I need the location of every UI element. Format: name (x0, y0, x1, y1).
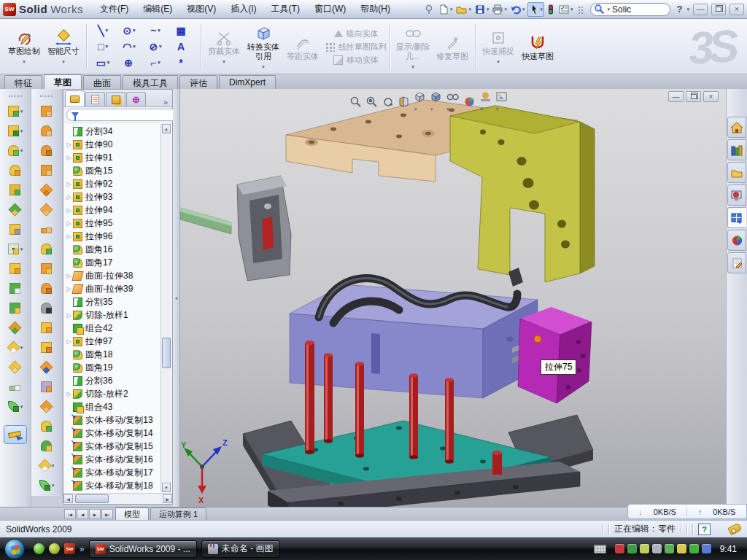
toolbar-button[interactable] (41, 204, 53, 215)
file-explorer-tab[interactable] (727, 162, 746, 183)
toolbar-button[interactable] (9, 165, 22, 176)
taskbar-button-paint[interactable]: 未命名 - 画图 (201, 540, 280, 558)
scroll-right-icon[interactable]: ▶ (163, 494, 172, 503)
toolbar-button[interactable] (41, 401, 53, 412)
section-view-icon[interactable] (398, 96, 410, 108)
expand-arrow-icon[interactable] (65, 207, 73, 214)
feature-tree-item[interactable]: 圆角15 (65, 164, 160, 177)
view-palette-tab[interactable] (727, 207, 746, 228)
tab-nav-button[interactable]: ▶ (89, 509, 101, 519)
toolbar-button[interactable]: ▾ (8, 244, 23, 254)
toolbar-button[interactable] (41, 342, 53, 353)
display-delete-relations-button[interactable]: 显示/删除几... ▾ (393, 23, 433, 71)
command-tab[interactable]: 曲面 (83, 75, 121, 89)
feature-tree-item[interactable]: 拉伸93 (65, 190, 160, 203)
toolbar-button[interactable]: ▾ (8, 342, 23, 353)
toolbar-button[interactable] (9, 283, 22, 294)
language-bar-keyboard-icon[interactable] (594, 545, 606, 553)
messenger-icon[interactable] (34, 543, 44, 554)
toolbar-grip[interactable] (40, 95, 53, 97)
scroll-up-icon[interactable]: ▲ (162, 124, 171, 133)
solidworks-quicklaunch-icon[interactable]: SW (64, 543, 75, 554)
panel-splitter[interactable]: ◂ (173, 89, 180, 507)
feature-tree-item[interactable]: 分割34 (65, 125, 160, 138)
view-settings-icon[interactable]: ▾ (495, 90, 508, 113)
doc-restore-button[interactable] (686, 91, 701, 102)
dimxpertmanager-tab[interactable]: ⊕ (126, 92, 146, 106)
featuremanager-tab[interactable] (65, 90, 85, 106)
feature-tree-item[interactable]: 拉伸97 (65, 335, 160, 348)
toolbar-button[interactable] (41, 362, 53, 373)
appearances-tab[interactable] (727, 230, 746, 251)
feature-tree-item[interactable]: 实体-移动/复制13 (65, 413, 160, 427)
feature-tree-item[interactable]: 实体-移动/复制14 (65, 427, 160, 440)
toolbar-button[interactable] (41, 303, 53, 314)
toolbar-button[interactable] (41, 184, 53, 195)
edit-appearance-icon[interactable] (463, 96, 476, 108)
filter-input[interactable] (82, 111, 185, 120)
scroll-thumb[interactable] (162, 338, 171, 368)
feature-tree-item[interactable]: 分割36 (65, 374, 160, 387)
zoom-area-icon[interactable] (365, 96, 378, 108)
resources-home-tab[interactable] (727, 117, 746, 138)
model-tab[interactable]: 模型 (115, 508, 149, 520)
menu-item[interactable]: 视图(V) (180, 1, 222, 18)
cylinder-clamp-part[interactable] (180, 176, 291, 281)
display-style-icon[interactable]: ▾ (430, 90, 442, 113)
expand-arrow-icon[interactable] (65, 338, 73, 345)
quick-tips-button[interactable]: ? (698, 524, 711, 535)
sketch-draw-button[interactable]: 草图绘制 ▾ (4, 27, 44, 66)
feature-tree-item[interactable]: 组合43 (65, 400, 160, 413)
mirror-entities-button[interactable]: 镜向实体 (334, 28, 379, 39)
feature-tree-item[interactable]: 实体-移动/复制15 (65, 440, 160, 453)
help-button[interactable]: ? (675, 4, 685, 15)
sketch-entity-button[interactable]: ⊘▾ (142, 39, 169, 55)
configurationmanager-tab[interactable] (106, 92, 125, 106)
toolbar-button[interactable] (41, 145, 53, 156)
tray-icon[interactable] (677, 544, 686, 553)
expand-arrow-icon[interactable] (65, 312, 73, 319)
sketch-entity-button[interactable]: A (169, 39, 195, 55)
print-button[interactable]: ▾ (491, 2, 508, 17)
motion-study-tab[interactable]: 运动算例 1 (150, 508, 206, 520)
feature-tree-item[interactable]: 拉伸90 (65, 138, 160, 151)
convert-entities-button[interactable]: 转换实体引用 ▾ (244, 23, 283, 71)
apply-scene-icon[interactable]: ▾ (479, 90, 492, 113)
panel-tab-overflow[interactable]: » (160, 98, 171, 106)
side-insert-part[interactable] (518, 307, 592, 403)
toolbar-grip[interactable] (9, 95, 22, 97)
toolbar-button[interactable] (9, 263, 22, 274)
search-input[interactable]: Solic (612, 4, 631, 15)
sketch-entity-button[interactable]: ╲▾ (90, 23, 116, 39)
security-suite-icon[interactable] (49, 543, 60, 554)
toolbar-button[interactable] (41, 322, 53, 333)
zoom-fit-icon[interactable] (349, 96, 362, 108)
taskbar-button-solidworks[interactable]: SW SolidWorks 2009 - ... (89, 540, 197, 558)
toolbar-button[interactable] (9, 362, 22, 373)
toolbar-button[interactable] (41, 224, 53, 235)
move-entities-button[interactable]: 移动实体 (333, 55, 379, 66)
toolbar-button[interactable] (41, 106, 53, 117)
tray-icon[interactable] (627, 544, 637, 553)
tag-icon[interactable] (727, 523, 742, 536)
toolbar-button[interactable] (41, 283, 53, 294)
command-tab[interactable]: 模具工具 (123, 75, 178, 89)
scroll-thumb[interactable] (75, 494, 109, 503)
toolbar-button[interactable]: ▾ (39, 460, 55, 471)
menu-item[interactable]: 编辑(E) (136, 1, 179, 18)
doc-close-button[interactable]: × (703, 91, 719, 102)
toolbar-button[interactable] (41, 125, 53, 136)
toolbar-button[interactable] (9, 322, 22, 333)
close-button[interactable]: × (729, 4, 744, 15)
sketch-entity-button[interactable]: ▦ (169, 23, 195, 39)
expand-arrow-icon[interactable] (65, 155, 73, 161)
toolbar-button[interactable]: ▾ (8, 106, 23, 117)
trim-entities-button[interactable]: 剪裁实体 ▾ (204, 27, 244, 66)
sketch-entity-button[interactable]: ⊙▾ (116, 23, 142, 39)
toolbar-button[interactable] (9, 224, 22, 235)
restore-button[interactable] (711, 4, 726, 15)
toolbar-button[interactable] (9, 204, 22, 215)
sketch-entity-button[interactable]: □▾ (90, 39, 116, 55)
tray-icon[interactable] (665, 544, 674, 553)
toolbar-button[interactable] (41, 440, 53, 451)
